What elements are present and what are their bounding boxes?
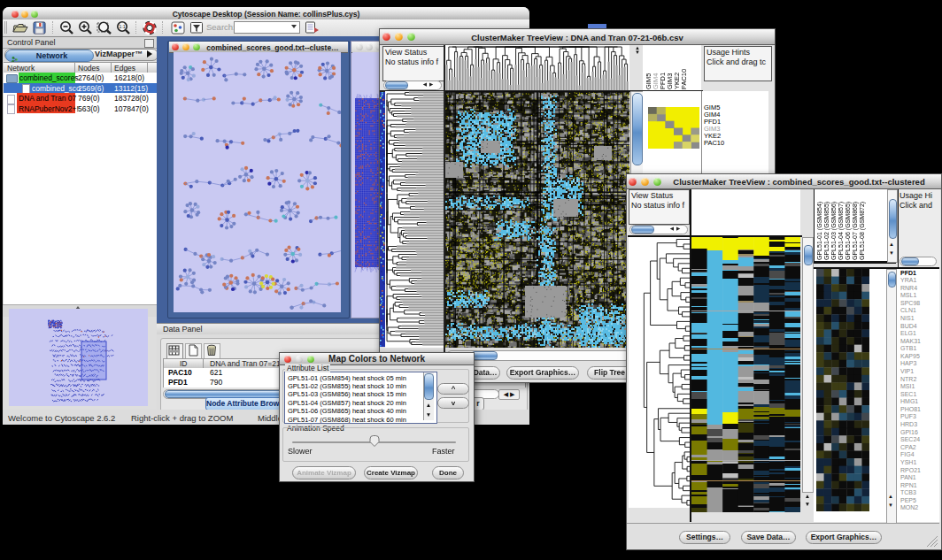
svg-text:1:1: 1:1 — [119, 24, 126, 29]
